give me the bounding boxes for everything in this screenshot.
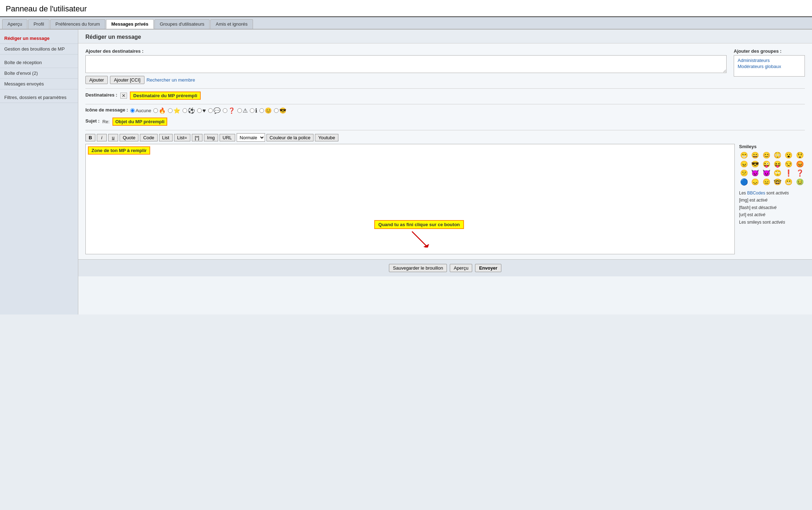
smiley-7[interactable]: 😠 [739,160,749,168]
icon-info-radio[interactable] [250,108,254,113]
add-recipients-input[interactable] [85,55,727,73]
icon-speech-option[interactable]: 💬 [208,107,221,114]
toolbar-italic[interactable]: i [97,134,107,141]
icon-warning-option[interactable]: ⚠ [237,107,248,114]
smiley-9[interactable]: 😜 [761,160,771,168]
icon-face2-option[interactable]: 😎 [274,107,286,114]
smiley-15[interactable]: 😈 [761,169,771,177]
smiley-1[interactable]: 😁 [739,151,749,159]
icon-star-radio[interactable] [168,108,173,113]
smiley-21[interactable]: 😑 [761,178,771,186]
face2-icon: 😎 [279,107,286,114]
icon-question-option[interactable]: ❓ [223,107,235,114]
smiley-16[interactable]: 🙄 [773,169,782,177]
add-recipients-col: Ajouter des destinataires : Ajouter Ajou… [85,48,727,84]
smiley-4[interactable]: 😳 [773,151,782,159]
tabs-bar: Aperçu Profil Préférences du forum Messa… [0,17,812,30]
bbcode-line5: Les smileys sont activés [739,219,805,226]
smiley-19[interactable]: 🔵 [739,178,749,186]
group-administrateurs[interactable]: Administrateurs [738,58,801,63]
icon-question-radio[interactable] [223,108,227,113]
toolbar-size-select[interactable]: Normale [237,133,265,142]
smiley-18[interactable]: ❓ [795,169,805,177]
smiley-13[interactable]: 😕 [739,169,749,177]
sidebar-item-boite-reception[interactable]: Boîte de réception [0,57,78,68]
toolbar-quote[interactable]: Quote [120,134,138,141]
icon-heart-option[interactable]: ♥ [197,108,206,114]
toolbar-bold[interactable]: B [85,134,95,141]
subject-re: Re: [102,119,110,124]
smileys-panel: Smileys 😁 😄 😊 😳 😮 😲 😠 😎 😜 😝 😒 😡 [739,144,805,254]
form-section: Ajouter des destinataires : Ajouter Ajou… [78,43,812,259]
icon-face2-radio[interactable] [274,108,279,113]
bbcode-link[interactable]: BBCodes [747,191,765,196]
smile-icon: 😊 [265,107,272,114]
sidebar-item-rediger[interactable]: Rédiger un message [0,33,78,44]
question-icon: ❓ [228,107,235,114]
recipients-row: Destinataires : ✕ Destinataire du MP pré… [85,92,805,100]
ajouter-button[interactable]: Ajouter [85,76,108,84]
icon-info-option[interactable]: ℹ [250,107,257,114]
group-moderateurs[interactable]: Modérateurs globaux [738,64,801,69]
icon-fire-radio[interactable] [153,108,158,113]
smiley-3[interactable]: 😊 [761,151,771,159]
icon-warning-radio[interactable] [237,108,242,113]
smiley-20[interactable]: 😞 [750,178,760,186]
smiley-12[interactable]: 😡 [795,160,805,168]
tab-apercu[interactable]: Aperçu [2,19,27,29]
fire-icon: 🔥 [159,107,166,114]
smiley-2[interactable]: 😄 [750,151,760,159]
smiley-5[interactable]: 😮 [784,151,793,159]
icon-smile-option[interactable]: 😊 [259,107,272,114]
toolbar-font-color[interactable]: Couleur de la police [267,134,314,141]
icon-smile-radio[interactable] [259,108,264,113]
ajouter-cci-button[interactable]: Ajouter [CCI] [110,76,144,84]
toolbar-list[interactable]: List [159,134,173,141]
message-prefill: Zone de ton MP à remplir [88,146,150,155]
content-header: Rédiger un message [78,30,812,43]
smiley-22[interactable]: 🤓 [773,178,782,186]
smiley-8[interactable]: 😎 [750,160,760,168]
tab-messages-prives[interactable]: Messages privés [106,19,154,29]
icon-aucune-option[interactable]: Aucune [130,108,151,113]
tab-profil[interactable]: Profil [28,19,49,29]
warning-icon: ⚠ [243,107,248,114]
sidebar-item-messages-envoyes[interactable]: Messages envoyés [0,79,78,89]
toolbar-url[interactable]: URL [220,134,235,141]
toolbar-img[interactable]: Img [204,134,218,141]
icon-aucune-radio[interactable] [130,108,135,113]
annotation-label: Quand tu as fini clique sur ce bouton [374,220,464,229]
message-content-box[interactable]: Zone de ton MP à remplir Quand tu as fin… [85,144,735,254]
tab-groupes[interactable]: Groupes d'utilisateurs [154,19,210,29]
smiley-11[interactable]: 😒 [784,160,793,168]
tab-amis-ignores[interactable]: Amis et ignorés [210,19,253,29]
icon-speech-radio[interactable] [208,108,213,113]
sidebar-item-brouillons[interactable]: Gestion des brouillons de MP [0,44,78,54]
smiley-17[interactable]: ❗ [784,169,793,177]
envoyer-button[interactable]: Envoyer [475,264,501,272]
icon-soccer-option[interactable]: ⚽ [183,107,195,114]
icon-soccer-radio[interactable] [183,108,187,113]
smiley-23[interactable]: 😬 [784,178,793,186]
bbcode-line4: [url] est activé [739,211,805,218]
icon-star-option[interactable]: ⭐ [168,107,180,114]
rechercher-membre-link[interactable]: Rechercher un membre [147,77,195,83]
toolbar-youtube[interactable]: Youtube [315,134,338,141]
save-draft-button[interactable]: Sauvegarder le brouillon [389,264,447,272]
sidebar-item-filtres[interactable]: Filtres, dossiers et paramètres [0,92,78,103]
remove-recipient-button[interactable]: ✕ [120,93,127,99]
smiley-6[interactable]: 😲 [795,151,805,159]
toolbar-underline[interactable]: u [108,134,118,141]
toolbar-star[interactable]: [*] [192,134,202,141]
icon-fire-option[interactable]: 🔥 [153,107,166,114]
icon-heart-radio[interactable] [197,108,202,113]
sidebar-item-boite-envoi[interactable]: Boîte d'envoi (2) [0,68,78,79]
smiley-24[interactable]: 🤢 [795,178,805,186]
message-editor-area: Zone de ton MP à remplir Quand tu as fin… [85,144,805,254]
toolbar-code[interactable]: Code [140,134,157,141]
apercu-button[interactable]: Aperçu [450,264,472,272]
smiley-14[interactable]: 👿 [750,169,760,177]
smiley-10[interactable]: 😝 [773,160,782,168]
toolbar-list-eq[interactable]: List= [174,134,190,141]
tab-preferences-forum[interactable]: Préférences du forum [50,19,105,29]
